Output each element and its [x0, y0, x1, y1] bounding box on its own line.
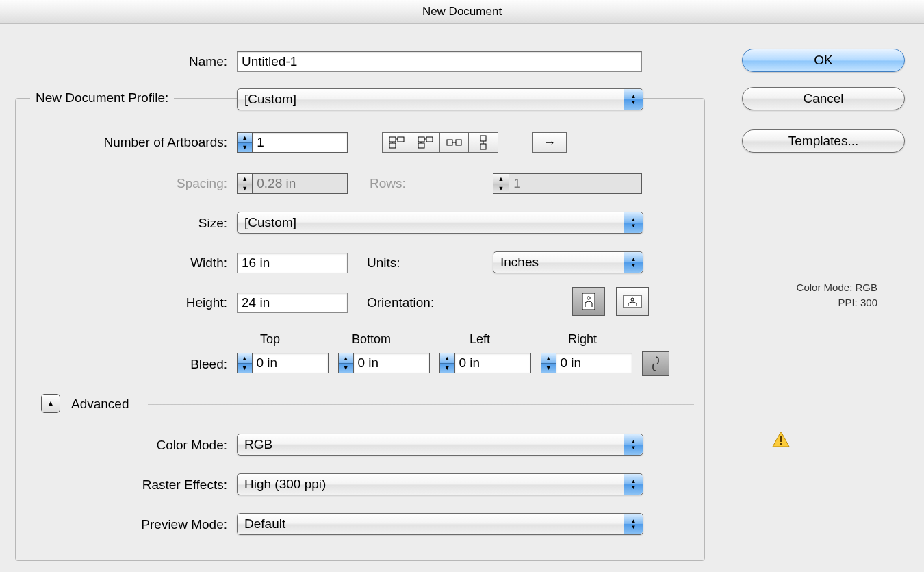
raster-effects-value: High (300 ppi): [244, 477, 326, 492]
profile-dropdown[interactable]: [Custom] ▲▼: [237, 88, 643, 110]
height-input[interactable]: [237, 293, 348, 313]
rows-label: Rows:: [370, 176, 424, 191]
svg-rect-4: [389, 143, 396, 148]
stepper-arrows-icon[interactable]: ▲▼: [440, 353, 455, 373]
color-mode-dropdown[interactable]: RGB ▲▼: [237, 434, 643, 456]
window-title: New Document: [422, 5, 502, 18]
column-layout-icon[interactable]: [469, 133, 498, 152]
bleed-right-input[interactable]: [556, 353, 632, 373]
bleed-top-header: Top: [260, 332, 280, 347]
size-label: Size:: [0, 216, 227, 231]
stepper-arrows-icon: ▲▼: [238, 174, 253, 193]
artboard-direction-button[interactable]: →: [532, 132, 567, 153]
ok-button-label: OK: [814, 53, 832, 68]
width-label: Width:: [0, 256, 227, 271]
info-ppi-value: 300: [860, 297, 877, 308]
size-dropdown[interactable]: [Custom] ▲▼: [237, 212, 643, 234]
height-label: Height:: [0, 295, 227, 310]
spacing-stepper: ▲▼: [237, 173, 348, 194]
preview-mode-dropdown[interactable]: Default ▲▼: [237, 513, 643, 535]
units-label: Units:: [367, 256, 415, 271]
cancel-button-label: Cancel: [803, 91, 843, 106]
advanced-disclosure[interactable]: ▲: [41, 394, 60, 413]
spacing-input: [253, 174, 347, 193]
stepper-arrows-icon[interactable]: ▲▼: [238, 353, 253, 373]
stepper-arrows-icon[interactable]: ▲▼: [339, 353, 354, 373]
dropdown-arrows-icon: ▲▼: [624, 474, 643, 495]
units-value: Inches: [500, 255, 539, 270]
grid-by-column-icon[interactable]: [411, 133, 440, 152]
bleed-right-stepper[interactable]: ▲▼: [541, 353, 632, 373]
bleed-label: Bleed:: [0, 357, 227, 372]
info-color-mode-value: RGB: [855, 282, 877, 293]
orientation-landscape-button[interactable]: [616, 287, 649, 316]
units-dropdown[interactable]: Inches ▲▼: [493, 251, 643, 273]
summary-info: Color Mode: RGB PPI: 300: [734, 280, 877, 310]
dropdown-arrows-icon: ▲▼: [624, 434, 643, 455]
ok-button[interactable]: OK: [742, 49, 905, 72]
artboards-stepper[interactable]: ▲▼: [237, 132, 348, 153]
svg-rect-8: [447, 140, 452, 145]
spacing-label: Spacing:: [0, 176, 227, 191]
preview-mode-label: Preview Mode:: [0, 517, 227, 532]
artboard-layout-segment[interactable]: [382, 132, 498, 153]
artboards-label: Number of Artboards:: [0, 135, 227, 150]
bleed-bottom-header: Bottom: [352, 332, 391, 347]
rows-stepper: ▲▼: [493, 173, 642, 194]
raster-effects-dropdown[interactable]: High (300 ppi) ▲▼: [237, 473, 643, 495]
link-icon: [651, 356, 660, 371]
profile-label: New Document Profile:: [30, 90, 174, 105]
arrow-right-icon: →: [543, 136, 556, 150]
bleed-left-stepper[interactable]: ▲▼: [439, 353, 531, 373]
color-mode-label: Color Mode:: [0, 438, 227, 453]
name-input[interactable]: [237, 51, 642, 72]
bleed-bottom-input[interactable]: [354, 353, 429, 373]
size-value: [Custom]: [244, 215, 296, 230]
bleed-top-stepper[interactable]: ▲▼: [237, 353, 329, 373]
orientation-portrait-button[interactable]: [572, 287, 605, 316]
svg-rect-14: [624, 295, 641, 308]
profile-value: [Custom]: [244, 92, 296, 107]
bleed-top-input[interactable]: [253, 353, 328, 373]
width-input[interactable]: [237, 253, 348, 273]
orientation-label: Orientation:: [367, 295, 463, 310]
bleed-link-button[interactable]: [642, 351, 669, 376]
rows-input: [509, 174, 641, 193]
advanced-divider: [148, 404, 694, 405]
info-ppi-label: PPI:: [838, 297, 857, 308]
svg-rect-6: [418, 143, 424, 148]
portrait-icon: [581, 292, 596, 311]
row-layout-icon[interactable]: [440, 133, 469, 152]
stepper-arrows-icon[interactable]: ▲▼: [541, 353, 556, 373]
dropdown-arrows-icon: ▲▼: [624, 252, 643, 273]
templates-button-label: Templates...: [788, 134, 858, 149]
warning-icon: [772, 431, 790, 447]
preview-mode-value: Default: [244, 517, 285, 532]
advanced-label: Advanced: [71, 397, 129, 412]
stepper-arrows-icon: ▲▼: [493, 174, 509, 193]
name-label: Name:: [0, 54, 227, 69]
grid-by-row-icon[interactable]: [383, 133, 411, 152]
bleed-right-header: Right: [568, 332, 597, 347]
landscape-icon: [622, 294, 643, 309]
templates-button[interactable]: Templates...: [742, 129, 905, 153]
svg-rect-2: [389, 137, 396, 142]
bleed-left-header: Left: [470, 332, 490, 347]
svg-rect-11: [480, 144, 486, 149]
bleed-bottom-stepper[interactable]: ▲▼: [338, 353, 430, 373]
color-mode-value: RGB: [244, 437, 272, 452]
svg-rect-9: [456, 140, 461, 145]
stepper-arrows-icon[interactable]: ▲▼: [238, 133, 253, 152]
bleed-left-input[interactable]: [455, 353, 530, 373]
dropdown-arrows-icon: ▲▼: [624, 212, 643, 233]
svg-rect-3: [398, 137, 404, 142]
svg-rect-5: [418, 137, 424, 142]
svg-rect-7: [426, 137, 433, 142]
triangle-up-icon: ▲: [47, 399, 55, 408]
raster-effects-label: Raster Effects:: [0, 477, 227, 493]
cancel-button[interactable]: Cancel: [742, 87, 905, 110]
artboards-input[interactable]: [253, 133, 347, 152]
info-color-mode-label: Color Mode:: [797, 282, 853, 293]
svg-rect-1: [780, 443, 782, 445]
dropdown-arrows-icon: ▲▼: [624, 89, 643, 110]
